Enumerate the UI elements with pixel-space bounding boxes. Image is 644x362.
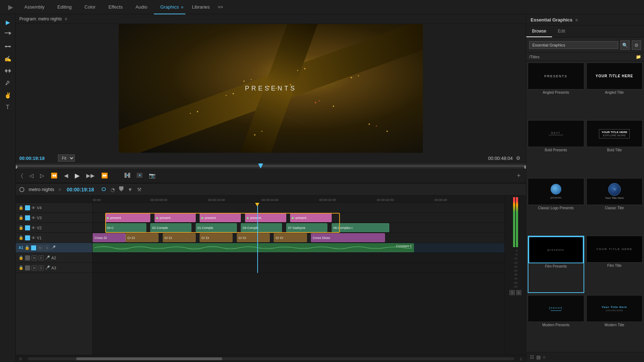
mark-out-left-btn[interactable]: ◁ <box>28 171 35 180</box>
nav-color[interactable]: Color <box>78 0 102 14</box>
clip-a1[interactable]: Constant C <box>93 243 414 252</box>
tool-razor[interactable]: ✍ <box>3 54 13 64</box>
v2-toggle[interactable] <box>25 225 30 230</box>
template-bold-presents[interactable]: NEXT Bold Presents <box>528 120 584 176</box>
monitor-scrubber[interactable] <box>16 163 526 168</box>
clip-v3-1[interactable]: ▶ present. <box>105 213 151 222</box>
v4-lock[interactable]: 🔒 <box>19 205 24 210</box>
a2-mic[interactable]: 🎤 <box>45 255 50 260</box>
a1-lock[interactable]: 🔒 <box>25 245 30 250</box>
a1-mute[interactable]: M <box>38 245 43 250</box>
add-btn[interactable]: + <box>515 171 522 181</box>
tl-zoom-bar[interactable] <box>28 357 514 360</box>
a2-mute[interactable]: M <box>31 255 37 260</box>
template-angled-presents[interactable]: PRESENTS Angled Presents <box>528 63 584 118</box>
template-angled-title[interactable]: YOUR TITLE HERE Angled Title <box>586 63 643 118</box>
tab-browse[interactable]: Browse <box>526 26 552 37</box>
panel-bottom-list-icon[interactable]: ☷ <box>530 354 534 360</box>
v1-lock[interactable]: 🔒 <box>19 235 24 240</box>
tool-pen[interactable] <box>3 78 13 88</box>
play-btn[interactable]: ▶ <box>73 171 82 181</box>
tl-tool-settings[interactable]: ▼ <box>126 186 134 193</box>
clip-v1-5[interactable]: Cr Cr <box>237 233 270 242</box>
tool-track-select[interactable] <box>3 29 13 39</box>
tl-footer-icon-1[interactable]: ⎋ <box>19 356 22 361</box>
monitor-menu-icon[interactable]: ≡ <box>65 16 67 21</box>
a3-toggle[interactable] <box>25 265 30 270</box>
fit-dropdown[interactable]: Fit <box>58 155 75 162</box>
clip-v1-7[interactable]: Cross Disso <box>311 233 385 242</box>
a1-solo[interactable]: S <box>44 245 49 250</box>
tool-text[interactable]: T <box>3 102 13 112</box>
v2-eye[interactable]: 👁 <box>31 226 35 230</box>
camera-btn[interactable]: 📷 <box>147 171 157 180</box>
tool-hand[interactable]: ✌ <box>3 90 13 100</box>
clip-v2-5[interactable]: 07-Sadoyne <box>286 223 327 232</box>
tl-tool-wrench[interactable]: ⚒ <box>136 186 143 193</box>
a3-lock[interactable]: 🔒 <box>19 265 24 270</box>
template-bold-title[interactable]: YOUR TITLE HERE EXPLORE MORE Bold Title <box>586 120 643 176</box>
nav-effects[interactable]: Effects <box>102 0 129 14</box>
v1-toggle[interactable] <box>25 235 30 240</box>
template-classic-title[interactable]: Tt Your Title Here Classic Title <box>586 178 643 234</box>
a3-mic[interactable]: 🎤 <box>45 265 50 270</box>
goto-out-btn[interactable]: ⏩ <box>99 171 110 180</box>
timeline-menu-icon[interactable]: ≡ <box>59 187 61 192</box>
a3-solo[interactable]: S <box>39 265 44 270</box>
vu-s2[interactable]: S <box>516 290 521 295</box>
clip-v2-2[interactable]: 02-Comple <box>150 223 191 232</box>
tool-select[interactable]: ▶ <box>3 17 13 27</box>
nav-editing[interactable]: Editing <box>51 0 78 14</box>
a2-solo[interactable]: S <box>39 255 44 260</box>
clip-v1-4[interactable]: Cr Cr <box>200 233 233 242</box>
clip-v3-4[interactable]: ▶ present. <box>245 213 286 222</box>
a2-toggle[interactable] <box>25 255 30 260</box>
v3-eye[interactable]: 👁 <box>31 216 35 220</box>
clip-v3-2[interactable]: ▶ present. <box>155 213 196 222</box>
template-modern-title[interactable]: Your Title Here EXPLORE MORE Modern Titl… <box>586 295 643 351</box>
nav-graphics[interactable]: Graphics <box>154 0 185 14</box>
nav-libraries[interactable]: Libraries <box>185 0 216 14</box>
nav-assembly[interactable]: Assembly <box>18 0 51 14</box>
tool-ripple[interactable] <box>3 41 13 52</box>
clip-v3-3[interactable]: ▶ present. <box>200 213 241 222</box>
template-film-presents[interactable]: presents Film Presents <box>528 236 584 293</box>
template-modern-presents[interactable]: [nexxt] Modern Presents <box>528 295 584 351</box>
tool-slip[interactable] <box>3 66 13 76</box>
a3-mute[interactable]: M <box>31 265 37 270</box>
path-home-icon[interactable]: 📁 <box>636 54 641 59</box>
panel-bottom-circle-icon[interactable]: ○ <box>543 354 546 360</box>
filter-new-btn[interactable]: ⚙ <box>632 40 641 50</box>
clip-v1-1[interactable]: Cross Di <box>93 233 126 242</box>
tl-footer-icon-2[interactable]: ⎌ <box>520 356 522 361</box>
v4-eye[interactable]: 👁 <box>31 206 35 210</box>
nav-audio[interactable]: Audio <box>129 0 154 14</box>
tab-edit[interactable]: Edit <box>552 26 571 37</box>
a1-mic[interactable]: 🎤 <box>51 245 56 250</box>
template-classic-logo-presents[interactable]: presents Classic Logo Presents <box>528 178 584 234</box>
v2-lock[interactable]: 🔒 <box>19 225 24 230</box>
vu-s1[interactable]: S <box>509 290 514 295</box>
template-film-title[interactable]: YOUR TITLE HERE Film Title <box>586 236 643 293</box>
tl-tool-marker[interactable] <box>118 186 125 193</box>
clip-v1-2[interactable]: Cr Cr <box>126 233 158 242</box>
v3-lock[interactable]: 🔒 <box>19 215 24 220</box>
graphics-menu-icon[interactable]: ≡ <box>181 5 183 9</box>
step-back-btn[interactable]: ◀ <box>62 171 70 180</box>
v3-toggle[interactable] <box>25 215 30 220</box>
v4-toggle[interactable] <box>25 205 30 210</box>
nav-more-icon[interactable]: >> <box>218 4 223 10</box>
settings-btn[interactable]: ⚙ <box>514 154 522 162</box>
clip-v1-6[interactable]: Cr Cr <box>274 233 307 242</box>
clip-v1-3[interactable]: Cr Cr <box>163 233 196 242</box>
v1-eye[interactable]: 👁 <box>31 236 35 240</box>
step-fwd-btn[interactable]: ▶▶ <box>84 171 97 180</box>
overwrite-btn[interactable] <box>135 172 144 180</box>
filter-search-btn[interactable]: 🔍 <box>620 40 630 50</box>
mark-in-btn[interactable]: 〈 <box>19 171 25 180</box>
goto-in-btn[interactable]: ⏪ <box>49 171 59 180</box>
graphics-source-dropdown[interactable]: Essential Graphics <box>529 41 618 49</box>
mark-out-right-btn[interactable]: ▷ <box>38 171 46 180</box>
tl-tool-link[interactable] <box>100 186 108 193</box>
timeline-close-btn[interactable] <box>19 187 24 192</box>
